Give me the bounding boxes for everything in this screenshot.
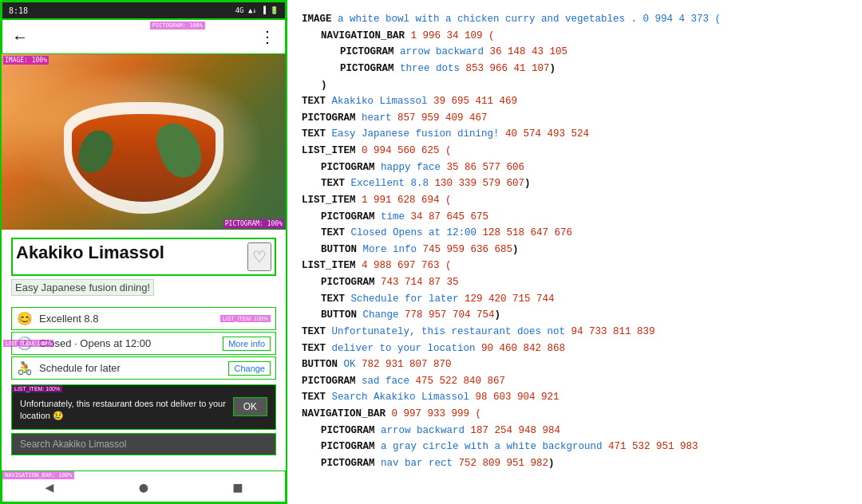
code-token: LIST_ITEM (302, 260, 362, 271)
warning-text: Unfortunately, this restaurant does not … (20, 398, 227, 423)
code-token: 0 997 933 999 ( (392, 408, 482, 419)
code-token: PICTOGRAM (321, 162, 381, 173)
code-token: 187 254 948 984 (471, 425, 561, 436)
search-text: Search Akakiko Limassol (20, 439, 126, 450)
code-line: NAVIGATION_BAR 0 997 933 999 ( (302, 406, 848, 423)
code-token: a gray circle with a white background (381, 441, 608, 452)
pictogram-label: PICTOGRAM: 100% (150, 22, 205, 30)
code-line: PICTOGRAM happy face 35 86 577 606 (302, 159, 848, 176)
code-token: PICTOGRAM (321, 277, 381, 288)
warning-box: LIST_ITEM: 100% Unfortunately, this rest… (11, 384, 276, 430)
code-line: LIST_ITEM 4 988 697 763 ( (302, 258, 848, 274)
code-token: heart (362, 112, 397, 124)
code-line: NAVIGATION_BAR 1 996 34 109 ( (302, 28, 848, 45)
code-token: 90 460 842 868 (481, 343, 565, 354)
code-line: PICTOGRAM time 34 87 645 675 (302, 209, 848, 226)
code-token: PICTOGRAM (302, 376, 362, 387)
code-token: PICTOGRAM (321, 425, 381, 436)
code-token: Search Akakiko Limassol (332, 392, 476, 403)
code-token: time (381, 211, 411, 222)
warning-label: LIST_ITEM: 100% (12, 385, 62, 392)
code-token: 475 522 840 867 (416, 376, 506, 387)
code-token: 129 420 715 744 (465, 293, 555, 305)
code-token: More info (363, 244, 423, 255)
code-token: ) (512, 244, 519, 255)
code-token: 782 931 807 870 (362, 359, 452, 370)
code-line: TEXT Schedule for later 129 420 715 744 (302, 291, 848, 308)
rating-text: Excellent 8.8 (39, 313, 98, 325)
code-token: NAVIGATION_BAR (321, 30, 411, 41)
code-token: TEXT (302, 343, 332, 354)
time-display: 8:18 (9, 6, 28, 15)
code-token: deliver to your location (332, 343, 482, 354)
code-line: PICTOGRAM sad face 475 522 840 867 (302, 373, 848, 390)
home-nav-icon[interactable]: ● (140, 478, 148, 495)
status-bar: 8:18 4G ▲↓ ▐ 🔋 (2, 2, 286, 19)
code-line: TEXT Closed Opens at 12:00 128 518 647 6… (302, 225, 848, 242)
code-token: 853 966 41 107 (466, 63, 550, 74)
navigation-bar: ← PICTOGRAM: 100% ⋮ (2, 19, 286, 54)
code-token: PICTOGRAM (321, 211, 381, 222)
code-token: PICTOGRAM (340, 46, 400, 57)
schedule-text: Schedule for later (39, 362, 121, 374)
code-token: 39 695 411 469 (433, 96, 517, 107)
hours-text: Closed · Opens at 12:00 (39, 337, 151, 349)
code-token: 778 957 704 754 (405, 309, 495, 321)
nav-label: NAVIGATION_BAR: 100% (2, 471, 74, 479)
code-token: Closed Opens at 12:00 (351, 227, 483, 238)
code-token: ) (548, 458, 555, 469)
code-line: TEXT Excellent 8.8 130 339 579 607) (302, 175, 848, 192)
status-bar-left: 8:18 (9, 6, 28, 15)
code-line: PICTOGRAM three dots 853 966 41 107) (302, 61, 848, 77)
code-token: TEXT (302, 96, 332, 107)
code-token: TEXT (321, 178, 351, 189)
code-token: nav bar rect (381, 458, 459, 469)
code-token: 752 809 951 982 (459, 458, 549, 469)
code-token: Unfortunately, this restaurant does not (332, 326, 571, 337)
food-green-2 (75, 127, 117, 177)
code-token: Schedule for later (351, 293, 465, 305)
pictogram-pct-label: PICTOGRAM: 100% (223, 219, 284, 228)
code-token: 857 959 409 467 (397, 112, 488, 124)
code-token: arrow backward (381, 425, 471, 436)
code-token: NAVIGATION_BAR (302, 408, 392, 419)
code-line: PICTOGRAM 743 714 87 35 (302, 274, 848, 291)
bottom-navigation: NAVIGATION_BAR: 100% ◀ ● ■ (2, 471, 286, 502)
heart-button[interactable]: ♡ (247, 242, 271, 271)
code-line: TEXT Akakiko Limassol 39 695 411 469 (302, 93, 848, 110)
image-pct-label: IMAGE: 100% (3, 56, 49, 65)
code-token: 1 996 34 109 ( (411, 30, 495, 41)
code-token: ) (321, 80, 327, 91)
back-button[interactable]: ← (12, 28, 28, 46)
code-token: Excellent 8.8 (351, 178, 435, 189)
code-line: PICTOGRAM arrow backward 36 148 43 105 (302, 44, 848, 61)
code-token: 36 148 43 105 (490, 46, 568, 57)
code-line: BUTTON OK 782 931 807 870 (302, 356, 848, 373)
code-line: TEXT deliver to your location 90 460 842… (302, 341, 848, 357)
code-token: IMAGE (302, 14, 338, 25)
code-token: BUTTON (321, 309, 363, 321)
code-line: LIST_ITEM 0 994 560 625 ( (302, 143, 848, 159)
rating-item: 😊 Excellent 8.8 LIST_ITEM: 100% (11, 307, 276, 330)
code-token: ) (524, 178, 531, 189)
code-token: TEXT (302, 392, 332, 403)
search-bar[interactable]: Search Akakiko Limassol (11, 433, 276, 455)
code-token: TEXT (321, 293, 351, 305)
more-info-button[interactable]: More info (223, 337, 271, 351)
code-token: 471 532 951 983 (608, 441, 698, 452)
code-token: 128 518 647 676 (483, 227, 573, 238)
happy-face-icon: 😊 (17, 311, 33, 326)
back-nav-icon[interactable]: ◀ (45, 478, 54, 495)
more-options-button[interactable]: ⋮ (259, 27, 275, 46)
code-line: TEXT Unfortunately, this restaurant does… (302, 324, 848, 341)
code-token: sad face (362, 376, 416, 387)
square-nav-icon[interactable]: ■ (234, 478, 243, 495)
code-token: 94 733 811 839 (571, 326, 655, 337)
code-token: 35 86 577 606 (447, 162, 525, 173)
code-line: BUTTON More info 745 959 636 685) (302, 242, 848, 258)
ok-button[interactable]: OK (233, 397, 267, 416)
change-button[interactable]: Change (228, 361, 271, 376)
list-items: 😊 Excellent 8.8 LIST_ITEM: 100% LIST_ITE… (11, 307, 276, 380)
code-token: happy face (381, 162, 447, 173)
code-token: 4 988 697 763 ( (362, 260, 452, 271)
